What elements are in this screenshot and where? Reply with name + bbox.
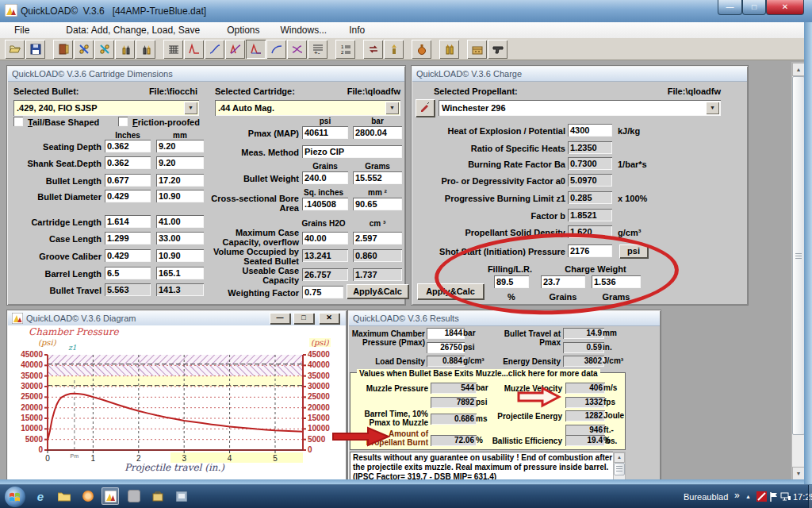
menu-file[interactable]: File — [6, 23, 37, 37]
taskbar-photo-viewer[interactable] — [173, 487, 190, 505]
edit-bullets-blue-button[interactable] — [74, 40, 94, 59]
bullet-pair-button[interactable] — [439, 40, 459, 59]
hidden-icons-button[interactable]: ▲ — [745, 494, 751, 499]
case-length-in-field[interactable]: 1.299 — [105, 232, 151, 244]
kaspersky-tray-icon[interactable] — [756, 491, 767, 503]
taskbar-yellow-app[interactable] — [149, 487, 167, 505]
table-plus-minus-button[interactable]: +- — [308, 40, 327, 59]
heat-of-explosion-field[interactable]: 4300 — [568, 124, 612, 137]
cartridge-pair-1-button[interactable] — [115, 40, 135, 59]
ammo-box-button[interactable] — [467, 40, 487, 59]
save-file-button[interactable] — [25, 40, 45, 59]
cartridge-length-in-field[interactable]: 1.614 — [105, 215, 151, 228]
specific-heats-label: Ratio of Specific Heats — [415, 144, 565, 153]
muzzle-velocity-fps-unit: fps — [603, 397, 615, 408]
pressure-diagram-button[interactable] — [246, 40, 266, 59]
seating-depth-in-field[interactable]: 0.362 — [105, 140, 151, 152]
groove-caliber-label: Groove Caliber — [7, 252, 102, 261]
pmax-psi-field[interactable]: 40611 — [302, 126, 348, 139]
maximize-button[interactable]: □ — [742, 0, 766, 15]
bullet-combobox[interactable]: .429, 240, FIO SJSP ▼ — [13, 100, 199, 116]
scroll-down-button[interactable]: ▼ — [792, 467, 805, 480]
numbered-list-button[interactable]: 12 — [335, 40, 355, 59]
desktop-toolbar-label[interactable]: Bureaublad — [684, 492, 728, 502]
cartridge-pair-2-button[interactable] — [136, 40, 155, 59]
pistol-button[interactable] — [488, 40, 508, 59]
bullet-diameter-in-field[interactable]: 0.429 — [105, 190, 151, 202]
bullet-weight-grams-field[interactable]: 15.552 — [353, 171, 402, 184]
bore-area-sqin-field[interactable]: .140508 — [302, 198, 348, 210]
taskbar-gray-app[interactable] — [125, 487, 143, 505]
tail-base-shaped-checkbox[interactable] — [13, 117, 23, 126]
bullet-diameter-mm-field[interactable]: 10.90 — [156, 190, 204, 202]
shank-seat-depth-mm-field[interactable]: 9.20 — [156, 156, 204, 169]
close-button[interactable]: ✕ — [766, 0, 804, 15]
burning-rate-factor-label: Burning Rate Factor Ba — [415, 160, 565, 169]
pmax-bar-field[interactable]: 2800.04 — [353, 126, 402, 139]
taskbar-quickload[interactable] — [102, 487, 119, 505]
open-file-button[interactable] — [5, 40, 25, 59]
meas-method-field[interactable]: Piezo CIP — [302, 145, 402, 158]
menu-info[interactable]: Info — [341, 23, 373, 37]
cartridge-apply-calc-button[interactable]: Apply&Calc — [347, 284, 408, 298]
barrel-length-mm-field[interactable]: 165.1 — [156, 267, 204, 279]
bore-area-mm2-field[interactable]: 90.65 — [353, 198, 402, 210]
show-desktop-button[interactable] — [808, 485, 812, 508]
friction-proofed-checkbox[interactable] — [118, 117, 128, 126]
diagram-close-button[interactable]: ✕ — [319, 313, 339, 324]
note-scroll-thumb[interactable] — [614, 463, 625, 475]
note-scroll-up-icon[interactable]: ▲ — [614, 452, 625, 463]
case-eject-button[interactable] — [384, 40, 404, 59]
taskbar-windows-explorer[interactable] — [56, 487, 73, 505]
bullet-weight-grains-field[interactable]: 240.0 — [302, 171, 348, 184]
start-button[interactable] — [5, 487, 25, 507]
velocity-curve-blue-button[interactable] — [205, 40, 224, 59]
minimize-button[interactable]: — — [718, 0, 742, 15]
factor-b-field: 1.8521 — [568, 209, 612, 221]
taskbar-media-player[interactable] — [79, 487, 97, 505]
barrel-length-in-field[interactable]: 6.5 — [105, 267, 151, 279]
menu-windows[interactable]: Windows... — [273, 23, 335, 37]
muzzle-values-legend[interactable]: Values when Bullet Base Exits Muzzle...c… — [357, 369, 600, 378]
bullet-length-mm-field[interactable]: 17.20 — [156, 174, 204, 187]
bullet-database-button[interactable] — [53, 40, 73, 59]
seating-depth-mm-field[interactable]: 9.20 — [156, 140, 204, 152]
toolbar-chevron[interactable]: » — [734, 490, 740, 501]
taskbar-internet-explorer[interactable]: e — [32, 487, 49, 505]
swap-units-button[interactable] — [363, 40, 383, 59]
scrollbar-thumb[interactable] — [792, 76, 805, 435]
propellant-edit-button[interactable] — [416, 99, 435, 117]
propellant-combobox[interactable]: Winchester 296 ▼ — [439, 100, 721, 116]
bullet-travel-in-unit: in. — [603, 342, 612, 353]
groove-caliber-in-field[interactable]: 0.429 — [105, 249, 151, 262]
muzzle-velocity-fps-value: 1332 — [565, 397, 605, 408]
diagram-minimize-button[interactable]: — — [270, 313, 290, 324]
weighting-factor-field[interactable]: 0.75 — [302, 286, 343, 298]
note-scrollbar[interactable]: ▲ — [613, 452, 626, 480]
combined-curves-button[interactable] — [225, 40, 245, 59]
data-table-button[interactable] — [163, 40, 183, 59]
action-center-flag-icon[interactable] — [769, 491, 779, 504]
burn-curve-blue-button[interactable] — [266, 40, 286, 59]
cartridge-combobox[interactable]: .44 Auto Mag. ▼ — [215, 100, 400, 116]
menu-data[interactable]: Data: Add, Change, Load, Save — [58, 23, 208, 37]
scroll-up-button[interactable]: ▲ — [792, 63, 805, 76]
max-case-capacity-gh2o-field[interactable]: 40.00 — [302, 232, 348, 244]
network-tray-icon[interactable] — [780, 492, 791, 503]
menu-options[interactable]: Options — [219, 23, 267, 37]
case-length-mm-field[interactable]: 33.00 — [156, 232, 204, 244]
propellant-curves-purple-button[interactable] — [287, 40, 307, 59]
groove-caliber-mm-field[interactable]: 10.90 — [156, 249, 204, 262]
cartridge-length-mm-field[interactable]: 41.00 — [156, 215, 204, 228]
svg-text:30000: 30000 — [308, 382, 330, 391]
shank-seat-depth-in-field[interactable]: 0.362 — [105, 156, 151, 169]
max-case-capacity-cm3-field[interactable]: 2.597 — [353, 232, 402, 244]
cartridge-combo-arrow-icon[interactable]: ▼ — [385, 102, 399, 114]
bullet-combo-arrow-icon[interactable]: ▼ — [184, 102, 197, 114]
propellant-combo-arrow-icon[interactable]: ▼ — [706, 102, 719, 114]
pressure-curve-red-button[interactable] — [184, 40, 204, 59]
diagram-maximize-button[interactable]: □ — [293, 313, 314, 324]
powder-flask-button[interactable] — [412, 40, 431, 59]
bullet-length-in-field[interactable]: 0.677 — [105, 174, 151, 187]
edit-bullets-teal-button[interactable] — [94, 40, 114, 59]
